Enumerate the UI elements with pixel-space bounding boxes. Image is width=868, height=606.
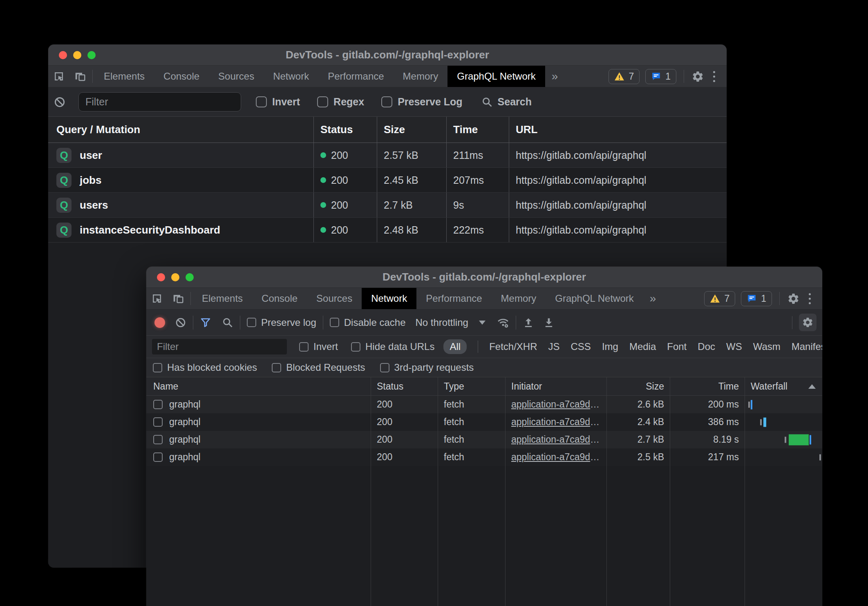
- tab-network[interactable]: Network: [362, 288, 416, 309]
- kebab-menu-icon[interactable]: [710, 71, 718, 82]
- tab-memory[interactable]: Memory: [394, 66, 448, 87]
- kebab-menu-icon[interactable]: [805, 293, 814, 304]
- issues-badge[interactable]: 1: [645, 69, 676, 84]
- export-har-icon[interactable]: [543, 317, 555, 328]
- clear-log-icon[interactable]: [48, 96, 71, 108]
- tab-network[interactable]: Network: [264, 66, 318, 87]
- tab-sources[interactable]: Sources: [307, 288, 362, 309]
- divider: [193, 316, 193, 330]
- table-row[interactable]: Quser 200 2.57 kB 211ms https://gitlab.c…: [48, 143, 727, 168]
- col-header-time[interactable]: Time: [670, 377, 745, 395]
- tab-performance[interactable]: Performance: [416, 288, 491, 309]
- table-row[interactable]: graphql 200 fetch application-a7ca9d0… 2…: [146, 396, 822, 413]
- time-value: 222ms: [453, 224, 484, 236]
- table-row[interactable]: graphql 200 fetch application-a7ca9d0… 2…: [146, 431, 822, 448]
- type-filter-fetch-xhr[interactable]: Fetch/XHR: [489, 341, 537, 352]
- type-filter-media[interactable]: Media: [629, 341, 656, 352]
- more-tabs-icon[interactable]: »: [545, 66, 565, 87]
- search-icon[interactable]: [222, 317, 233, 328]
- table-row[interactable]: graphql 200 fetch application-a7ca9d0… 2…: [146, 448, 822, 466]
- row-checkbox[interactable]: [153, 435, 163, 444]
- col-header-size[interactable]: Size: [607, 377, 670, 395]
- type-filter-wasm[interactable]: Wasm: [753, 341, 781, 352]
- record-network-log-button[interactable]: [154, 317, 165, 328]
- tabbar-right-controls: 7 1: [704, 288, 822, 309]
- more-tabs-icon[interactable]: »: [643, 288, 663, 309]
- issues-badge[interactable]: 1: [741, 291, 772, 306]
- type-filter-css[interactable]: CSS: [571, 341, 591, 352]
- query-name: user: [80, 149, 102, 162]
- initiator-link[interactable]: application-a7ca9d0…: [511, 434, 600, 445]
- initiator-link[interactable]: application-a7ca9d0…: [511, 452, 600, 463]
- blocked-requests-checkbox[interactable]: [272, 363, 281, 372]
- filter-funnel-icon[interactable]: [200, 317, 211, 328]
- settings-gear-icon[interactable]: [691, 70, 704, 83]
- throttling-select[interactable]: No throttling: [415, 317, 485, 328]
- tab-sources[interactable]: Sources: [209, 66, 264, 87]
- table-row[interactable]: graphql 200 fetch application-a7ca9d0… 2…: [146, 413, 822, 431]
- col-header-size[interactable]: Size: [377, 117, 447, 143]
- preserve-log-checkbox[interactable]: [247, 318, 256, 327]
- tab-performance[interactable]: Performance: [318, 66, 393, 87]
- inspect-element-icon[interactable]: [48, 66, 69, 87]
- titlebar[interactable]: DevTools - gitlab.com/-/graphql-explorer: [146, 267, 822, 288]
- col-header-initiator[interactable]: Initiator: [506, 377, 607, 395]
- col-header-waterfall[interactable]: Waterfall: [745, 377, 822, 395]
- inspect-element-icon[interactable]: [146, 288, 168, 309]
- warnings-badge[interactable]: 7: [704, 291, 735, 306]
- type-filter-all[interactable]: All: [443, 339, 467, 354]
- clear-network-log-icon[interactable]: [175, 317, 186, 328]
- network-filter-input[interactable]: [152, 339, 287, 354]
- search-control[interactable]: Search: [481, 96, 532, 108]
- row-checkbox[interactable]: [153, 452, 163, 462]
- disable-cache-checkbox[interactable]: [330, 318, 339, 327]
- invert-checkbox[interactable]: [299, 342, 309, 352]
- regex-checkbox[interactable]: [317, 96, 328, 107]
- tab-graphql-network[interactable]: GraphQL Network: [546, 288, 643, 309]
- tab-memory[interactable]: Memory: [492, 288, 546, 309]
- warnings-badge[interactable]: 7: [608, 69, 640, 84]
- has-blocked-cookies-checkbox[interactable]: [153, 363, 162, 372]
- table-row[interactable]: QinstanceSecurityDashboard 200 2.48 kB 2…: [48, 218, 727, 243]
- tab-elements[interactable]: Elements: [192, 288, 252, 309]
- tab-graphql-network[interactable]: GraphQL Network: [447, 66, 545, 87]
- invert-checkbox[interactable]: [256, 96, 267, 107]
- table-row[interactable]: Qjobs 200 2.45 kB 207ms https://gitlab.c…: [48, 168, 727, 193]
- window-title: DevTools - gitlab.com/-/graphql-explorer: [48, 49, 727, 61]
- device-toolbar-icon[interactable]: [168, 288, 189, 309]
- type-filter-doc[interactable]: Doc: [698, 341, 715, 352]
- initiator-link[interactable]: application-a7ca9d0…: [511, 399, 600, 410]
- col-header-time[interactable]: Time: [447, 117, 509, 143]
- type-filter-js[interactable]: JS: [548, 341, 560, 352]
- tab-console[interactable]: Console: [252, 288, 307, 309]
- col-header-status[interactable]: Status: [371, 377, 438, 395]
- device-toolbar-icon[interactable]: [69, 66, 91, 87]
- table-row[interactable]: Qusers 200 2.7 kB 9s https://gitlab.com/…: [48, 193, 727, 218]
- network-settings-gear-icon[interactable]: [799, 314, 817, 331]
- row-checkbox[interactable]: [153, 417, 163, 427]
- graphql-filter-input[interactable]: [78, 92, 241, 111]
- divider: [92, 70, 93, 83]
- settings-gear-icon[interactable]: [787, 292, 800, 305]
- type-filter-manifest[interactable]: Manifest: [792, 341, 822, 352]
- initiator-link[interactable]: application-a7ca9d0…: [511, 417, 600, 428]
- network-conditions-icon[interactable]: [497, 316, 509, 329]
- tab-console[interactable]: Console: [154, 66, 209, 87]
- row-checkbox[interactable]: [153, 400, 163, 409]
- titlebar[interactable]: DevTools - gitlab.com/-/graphql-explorer: [48, 45, 727, 66]
- col-header-name[interactable]: Name: [146, 377, 371, 395]
- import-har-icon[interactable]: [523, 317, 534, 328]
- hide-data-urls-checkbox[interactable]: [351, 342, 360, 352]
- col-header-url[interactable]: URL: [509, 117, 727, 143]
- col-header-status[interactable]: Status: [314, 117, 377, 143]
- preserve-log-checkbox[interactable]: [381, 96, 392, 107]
- col-header-type[interactable]: Type: [438, 377, 506, 395]
- type-filter-img[interactable]: Img: [602, 341, 618, 352]
- warning-icon: [614, 71, 624, 82]
- third-party-requests-checkbox[interactable]: [380, 363, 389, 372]
- type-filter-ws[interactable]: WS: [726, 341, 742, 352]
- type-filter-font[interactable]: Font: [667, 341, 687, 352]
- col-header-query-mutation[interactable]: Query / Mutation: [48, 117, 314, 143]
- tab-elements[interactable]: Elements: [94, 66, 154, 87]
- network-toolbar: Preserve log Disable cache No throttling: [146, 310, 822, 336]
